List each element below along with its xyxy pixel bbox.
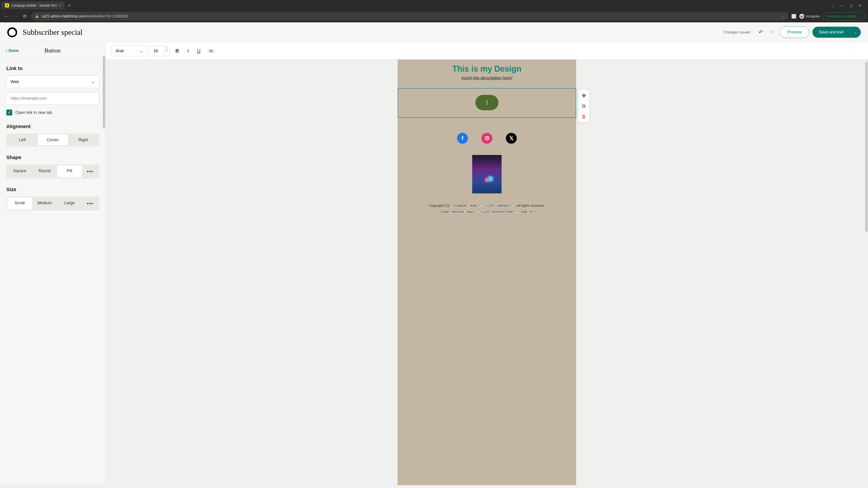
bold-button[interactable]: B bbox=[173, 46, 182, 56]
email-body: This is my Design Insert the description… bbox=[398, 60, 576, 485]
font-size-increase[interactable]: ▴ bbox=[164, 46, 170, 49]
merge-tag-year: *|CURRENT_YEAR|* bbox=[451, 203, 481, 208]
tab-title: Campaign Builder - Sample Tem bbox=[11, 4, 57, 7]
delete-block-icon[interactable]: 🗑 bbox=[580, 113, 587, 120]
font-size-input[interactable] bbox=[150, 46, 164, 56]
properties-sidebar: ‹ Done Button Link to Web ⌄ ✓ Open link … bbox=[0, 42, 106, 485]
extension-icon[interactable] bbox=[792, 14, 796, 19]
size-large[interactable]: Large bbox=[57, 197, 82, 210]
svg-point-0 bbox=[800, 16, 802, 18]
link-type-select[interactable]: Web ⌄ bbox=[6, 75, 99, 88]
undo-button[interactable]: ↶ bbox=[755, 27, 766, 37]
letter-spacing-button[interactable]: VA ⌄ bbox=[206, 47, 218, 55]
size-medium[interactable]: Medium bbox=[32, 197, 57, 210]
block-toolbar: ✥ ⧉ 🗑 bbox=[579, 90, 589, 123]
bookmark-star-icon[interactable]: ☆ bbox=[781, 14, 784, 18]
editor-area: Arial ⌄ ▴ ▾ B I U VA ⌄ This is my Design… bbox=[106, 42, 868, 485]
mailchimp-logo[interactable] bbox=[7, 27, 17, 37]
close-tab-icon[interactable]: × bbox=[59, 3, 61, 7]
reload-button[interactable]: ⟳ bbox=[22, 13, 28, 20]
text-toolbar: Arial ⌄ ▴ ▾ B I U VA ⌄ bbox=[106, 42, 868, 60]
email-subtitle: Insert the description here! bbox=[402, 75, 572, 80]
align-left[interactable]: Left bbox=[7, 134, 37, 145]
image-block[interactable] bbox=[472, 155, 502, 193]
merge-tag-description: *|LIST:DESCRIPTION|* bbox=[479, 210, 517, 214]
browser-chrome: ✳ Campaign Builder - Sample Tem × + ⌄ — … bbox=[0, 0, 868, 22]
move-block-icon[interactable]: ✥ bbox=[580, 92, 587, 99]
size-label: Size bbox=[6, 187, 99, 193]
preview-button[interactable]: Preview bbox=[780, 26, 809, 38]
align-right[interactable]: Right bbox=[68, 134, 98, 145]
chevron-left-icon: ‹ bbox=[6, 48, 7, 53]
redo-button[interactable]: ↷ bbox=[766, 27, 777, 37]
maximize-icon[interactable]: ▢ bbox=[850, 4, 852, 7]
url-text: us21.admin.mailchimp.com/email/editor?id… bbox=[41, 14, 778, 18]
duplicate-block-icon[interactable]: ⧉ bbox=[580, 103, 587, 110]
url-bar-row: ← → ⟳ 🔒 us21.admin.mailchimp.com/email/e… bbox=[0, 10, 868, 22]
italic-button[interactable]: I bbox=[184, 46, 191, 56]
sidebar-scrollbar[interactable] bbox=[103, 56, 105, 128]
canvas-scrollbar[interactable] bbox=[865, 62, 868, 232]
more-icon: ⋮ bbox=[858, 14, 861, 18]
svg-point-4 bbox=[488, 137, 488, 137]
shape-square[interactable]: Square bbox=[7, 165, 32, 177]
shape-round[interactable]: Round bbox=[32, 165, 57, 177]
social-block[interactable]: f 𝕏 bbox=[398, 124, 576, 151]
save-exit-button[interactable]: Save and exit bbox=[812, 27, 850, 38]
sidebar-content: Link to Web ⌄ ✓ Open link in new tab Ali… bbox=[0, 59, 105, 217]
forward-button[interactable]: → bbox=[13, 13, 19, 20]
svg-point-1 bbox=[802, 16, 803, 18]
underline-button[interactable]: U bbox=[194, 46, 203, 56]
new-tab-button[interactable]: + bbox=[65, 3, 74, 8]
url-bar[interactable]: 🔒 us21.admin.mailchimp.com/email/editor?… bbox=[31, 12, 788, 21]
tabs-dropdown-icon[interactable]: ⌄ bbox=[831, 4, 834, 7]
open-new-tab-label: Open link in new tab bbox=[16, 110, 52, 115]
sidebar-header: ‹ Done Button bbox=[0, 42, 105, 59]
button-block-selected[interactable]: ✥ ⧉ 🗑 bbox=[398, 88, 576, 118]
browser-tab[interactable]: ✳ Campaign Builder - Sample Tem × bbox=[2, 2, 64, 9]
shape-more[interactable]: ••• bbox=[82, 165, 98, 177]
font-size-decrease[interactable]: ▾ bbox=[164, 49, 170, 53]
facebook-icon[interactable]: f bbox=[457, 133, 468, 144]
chevron-down-icon: ⌄ bbox=[140, 48, 143, 53]
email-title: This is my Design bbox=[402, 64, 572, 74]
text-cursor bbox=[487, 100, 487, 105]
relaunch-button[interactable]: Relaunch to update ⋮ bbox=[823, 12, 865, 20]
close-window-icon[interactable]: ✕ bbox=[859, 4, 862, 7]
url-input[interactable] bbox=[6, 92, 99, 105]
save-exit-group: Save and exit ⌄ bbox=[812, 27, 861, 38]
window-controls: ⌄ — ▢ ✕ bbox=[831, 4, 866, 7]
lock-icon: 🔒 bbox=[35, 14, 39, 18]
open-new-tab-checkbox[interactable]: ✓ bbox=[6, 109, 12, 116]
merge-tag-company: *|LIST:COMPANY|* bbox=[483, 203, 514, 208]
size-more[interactable]: ••• bbox=[82, 197, 98, 210]
campaign-title[interactable]: Subbscriber special bbox=[23, 28, 723, 37]
save-exit-dropdown[interactable]: ⌄ bbox=[850, 27, 861, 38]
app-header: Subbscriber special Changes saved ↶ ↷ Pr… bbox=[0, 22, 868, 42]
footer-text-block[interactable]: Copyright (C) *|CURRENT_YEAR|* *|LIST:CO… bbox=[398, 198, 576, 217]
incognito-icon bbox=[799, 14, 804, 19]
font-size-input-group: ▴ ▾ bbox=[150, 46, 170, 56]
alignment-segmented: Left Center Right bbox=[6, 133, 99, 147]
canvas[interactable]: This is my Design Insert the description… bbox=[106, 60, 868, 485]
incognito-indicator[interactable]: Incognito bbox=[799, 14, 820, 19]
open-new-tab-row[interactable]: ✓ Open link in new tab bbox=[6, 109, 99, 116]
shape-pill[interactable]: Pill bbox=[57, 165, 82, 177]
shape-label: Shape bbox=[6, 155, 99, 160]
minimize-icon[interactable]: — bbox=[840, 4, 843, 7]
done-button[interactable]: ‹ Done bbox=[6, 48, 19, 53]
email-button[interactable] bbox=[475, 95, 498, 110]
merge-tag-ifnot: *|IFNOT:ARCHIVE_PAGE|* bbox=[436, 210, 477, 214]
link-to-label: Link to bbox=[6, 66, 99, 71]
font-family-select[interactable]: Arial ⌄ bbox=[111, 45, 147, 56]
align-center[interactable]: Center bbox=[37, 134, 68, 145]
text-block[interactable]: This is my Design Insert the description… bbox=[398, 60, 576, 82]
mailchimp-favicon: ✳ bbox=[5, 3, 9, 7]
instagram-icon[interactable] bbox=[482, 133, 492, 144]
back-button[interactable]: ← bbox=[3, 13, 9, 20]
merge-tag-endif: *|END:IF|* bbox=[517, 210, 537, 214]
alignment-label: Alignment bbox=[6, 124, 99, 129]
chevron-down-icon: ⌄ bbox=[92, 79, 95, 84]
x-twitter-icon[interactable]: 𝕏 bbox=[506, 133, 517, 144]
size-small[interactable]: Small bbox=[7, 197, 32, 210]
